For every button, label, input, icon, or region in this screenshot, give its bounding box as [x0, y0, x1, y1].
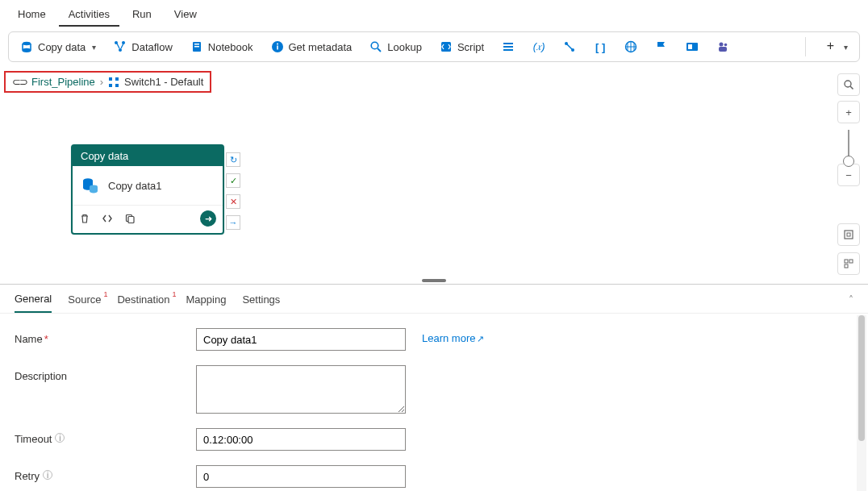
svg-point-33	[845, 81, 851, 87]
retry-field[interactable]	[196, 465, 406, 488]
breadcrumb: ⊂⊃ First_Pipeline › Switch1 - Default	[4, 71, 211, 93]
tab-general[interactable]: General	[15, 293, 52, 313]
lookup-button[interactable]: Lookup	[366, 39, 425, 55]
svg-point-4	[119, 48, 122, 52]
svg-point-11	[371, 42, 378, 49]
tab-settings[interactable]: Settings	[242, 293, 280, 312]
layout-button[interactable]	[837, 252, 860, 275]
chevron-down-icon: ▾	[92, 43, 96, 52]
name-label: Name*	[15, 328, 188, 345]
get-metadata-button[interactable]: Get metadata	[268, 39, 356, 55]
timeout-field[interactable]	[196, 428, 406, 451]
database-icon	[20, 40, 33, 53]
top-nav: Home Activities Run View	[0, 0, 868, 27]
toolbar-tool-7[interactable]	[682, 39, 702, 55]
breadcrumb-pipeline-link[interactable]: First_Pipeline	[31, 76, 95, 88]
pipeline-canvas[interactable]: ⊂⊃ First_Pipeline › Switch1 - Default Co…	[0, 62, 868, 285]
svg-line-34	[850, 86, 853, 89]
properties-tabs: General Source1 Destination1 Mapping Set…	[0, 285, 868, 314]
activity-ports: ↻ ✓ ✕ →	[226, 152, 240, 230]
dataflow-button[interactable]: Dataflow	[111, 39, 176, 55]
script-label: Script	[457, 41, 484, 53]
chevron-down-icon: ▾	[844, 43, 848, 52]
svg-rect-35	[845, 231, 853, 239]
code-icon[interactable]	[102, 213, 113, 224]
nav-run[interactable]: Run	[123, 3, 161, 27]
teams-icon	[716, 40, 729, 53]
toolbar-tool-3[interactable]	[560, 39, 579, 55]
port-retry-icon[interactable]: ↻	[226, 152, 240, 167]
tab-source-badge: 1	[103, 290, 107, 298]
nav-home[interactable]: Home	[8, 3, 56, 27]
copy-data-button[interactable]: Copy data ▾	[17, 39, 99, 55]
port-fail-icon[interactable]: ✕	[226, 194, 240, 209]
svg-rect-27	[109, 84, 112, 87]
toolbar-tool-2[interactable]: (𝑥)	[529, 39, 549, 55]
add-activity-button[interactable]: + ▾	[820, 37, 851, 56]
svg-rect-21	[688, 44, 692, 49]
svg-rect-13	[441, 42, 451, 52]
copy-icon[interactable]	[124, 213, 136, 224]
svg-point-22	[720, 43, 724, 47]
panel-resize-handle[interactable]	[422, 279, 446, 282]
flag-icon	[655, 40, 668, 53]
nav-view[interactable]: View	[165, 3, 207, 27]
notebook-label: Notebook	[208, 41, 253, 53]
run-arrow-icon[interactable]: ➜	[200, 210, 216, 227]
toolbar-separator	[805, 37, 806, 56]
svg-point-0	[23, 42, 31, 45]
svg-line-12	[378, 48, 381, 52]
svg-rect-37	[845, 260, 848, 263]
nav-activities[interactable]: Activities	[59, 3, 119, 27]
description-field[interactable]	[196, 365, 406, 414]
collapse-panel-button[interactable]: ˄	[849, 294, 853, 312]
copy-data-activity[interactable]: Copy data Copy data1 ➜	[71, 144, 224, 235]
external-link-icon: ↗	[477, 334, 484, 343]
zoom-out-button[interactable]: −	[837, 164, 860, 186]
toolbar-tool-4[interactable]: [ ]	[590, 39, 610, 55]
tab-destination-label: Destination	[117, 293, 169, 306]
dataflow-icon	[114, 40, 127, 53]
link-icon	[563, 40, 576, 53]
lookup-label: Lookup	[387, 41, 422, 53]
port-success-icon[interactable]: ✓	[226, 173, 240, 188]
zoom-slider[interactable]	[848, 130, 849, 162]
toolbar-tool-8[interactable]	[713, 39, 732, 55]
port-skip-icon[interactable]: →	[226, 215, 240, 230]
switch-icon	[108, 77, 119, 88]
svg-rect-7	[194, 46, 199, 48]
general-form: Name* Learn more↗ Description Timeouti R…	[0, 314, 868, 488]
info-icon: i	[55, 433, 65, 443]
zoom-fit-button[interactable]	[837, 223, 860, 246]
toolbar-tool-1[interactable]	[499, 39, 518, 55]
tab-destination[interactable]: Destination1	[117, 293, 169, 312]
breadcrumb-current: Switch1 - Default	[124, 76, 203, 88]
pipeline-icon: ⊂⊃	[12, 76, 27, 88]
plus-icon: +	[824, 39, 837, 55]
toolbar-tool-6[interactable]	[652, 39, 671, 55]
notebook-button[interactable]: Notebook	[187, 39, 257, 55]
zoom-in-button[interactable]: +	[837, 101, 860, 123]
svg-rect-39	[845, 264, 848, 268]
retry-label: Retryi	[15, 465, 188, 482]
get-metadata-label: Get metadata	[289, 41, 353, 53]
tab-source[interactable]: Source1	[68, 293, 101, 312]
bracket-icon: [ ]	[594, 40, 607, 53]
svg-rect-16	[503, 49, 513, 51]
delete-icon[interactable]	[79, 213, 90, 224]
toolbar-tool-5[interactable]	[621, 39, 641, 55]
tab-destination-badge: 1	[172, 290, 176, 298]
info-icon: i	[43, 470, 52, 480]
panel-scrollbar[interactable]	[857, 315, 866, 491]
learn-more-link[interactable]: Learn more↗	[422, 328, 484, 344]
info-icon	[271, 40, 284, 53]
svg-rect-14	[503, 43, 513, 44]
canvas-search-button[interactable]	[837, 73, 860, 96]
svg-point-23	[724, 44, 728, 47]
svg-rect-32	[128, 217, 134, 223]
zoom-controls: + −	[837, 73, 860, 280]
svg-point-10	[277, 44, 278, 45]
script-button[interactable]: Script	[436, 39, 487, 55]
name-field[interactable]	[196, 328, 406, 351]
tab-mapping[interactable]: Mapping	[186, 293, 227, 312]
